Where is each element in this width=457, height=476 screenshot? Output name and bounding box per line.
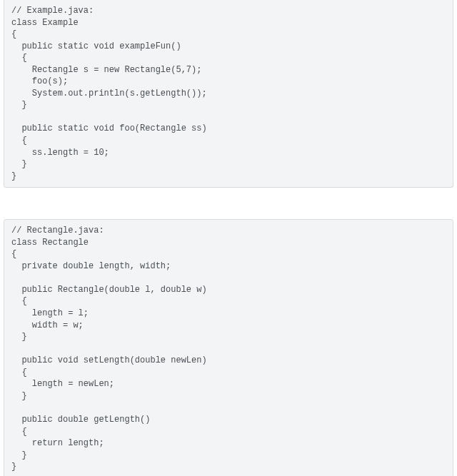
spacer xyxy=(0,188,457,219)
code-block-rectangle: // Rectangle.java: class Rectangle { pri… xyxy=(4,219,453,476)
code-block-example: // Example.java: class Example { public … xyxy=(4,0,453,188)
